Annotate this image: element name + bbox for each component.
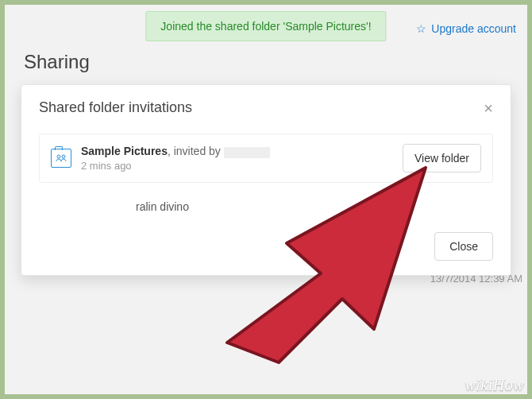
svg-point-0 xyxy=(57,155,60,158)
invited-by-prefix: , invited by xyxy=(168,145,224,157)
shared-folder-invitations-modal: Shared folder invitations × Sample Pictu… xyxy=(21,84,511,276)
watermark: wikiHow xyxy=(465,376,524,394)
view-folder-button[interactable]: View folder xyxy=(403,144,481,172)
invitation-time: 2 mins ago xyxy=(81,160,393,172)
invitation-text: Sample Pictures, invited by 2 mins ago xyxy=(81,145,393,171)
close-button[interactable]: Close xyxy=(434,232,493,261)
inviter-redacted xyxy=(224,147,270,158)
invitation-subname: ralin divino xyxy=(39,183,493,216)
close-icon[interactable]: × xyxy=(484,100,493,116)
modal-title: Shared folder invitations xyxy=(39,99,192,116)
join-toast: Joined the shared folder 'Sample Picture… xyxy=(145,11,386,41)
invitation-card: Sample Pictures, invited by 2 mins ago V… xyxy=(39,134,493,183)
invitation-folder-name: Sample Pictures xyxy=(81,145,168,157)
svg-point-1 xyxy=(62,155,65,158)
shared-folder-icon xyxy=(51,149,71,168)
